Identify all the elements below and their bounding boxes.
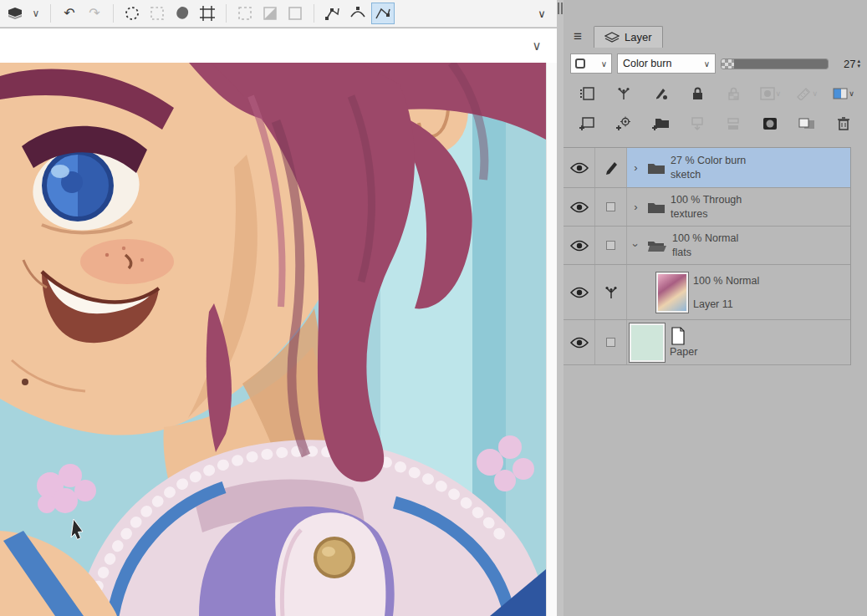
merge-down-button[interactable] bbox=[716, 113, 752, 135]
layer-blend-label: 100 % Normal bbox=[693, 275, 759, 287]
layer-thumbnail[interactable] bbox=[656, 272, 688, 313]
opacity-fill bbox=[734, 59, 828, 69]
visibility-toggle[interactable] bbox=[564, 227, 595, 264]
editing-target-cell[interactable] bbox=[595, 227, 627, 264]
ruler-button[interactable]: ∨ bbox=[788, 83, 825, 104]
undo-button[interactable]: ↶ bbox=[58, 3, 81, 24]
outline-square-icon bbox=[287, 5, 303, 22]
toolbar-overflow-chevron[interactable]: ∨ bbox=[530, 3, 553, 24]
new-raster-layer-button[interactable] bbox=[569, 113, 605, 135]
layers-stack-icon bbox=[604, 32, 620, 43]
layer-name-label: flats bbox=[672, 246, 738, 260]
canvas-viewport[interactable] bbox=[0, 63, 546, 616]
eye-icon bbox=[570, 240, 589, 252]
visibility-toggle[interactable] bbox=[564, 188, 595, 226]
eye-icon bbox=[570, 337, 589, 349]
empty-checkbox bbox=[606, 241, 615, 250]
create-layer-mask-button[interactable] bbox=[752, 113, 788, 135]
toolbar-divider bbox=[113, 4, 114, 23]
apply-mask-icon bbox=[798, 117, 815, 130]
panel-tab-bar: ≡ Layer bbox=[564, 25, 867, 48]
lock-layer-button[interactable] bbox=[679, 83, 716, 104]
curve-tool-button[interactable] bbox=[346, 3, 370, 24]
panel-splitter[interactable] bbox=[557, 0, 564, 616]
transfer-to-lower-button[interactable] bbox=[679, 113, 716, 135]
spinner-arrows-icon[interactable]: ▴▾ bbox=[857, 59, 860, 69]
apply-mask-button[interactable] bbox=[788, 113, 825, 135]
tab-layer-label: Layer bbox=[625, 31, 652, 43]
new-folder-button[interactable] bbox=[642, 113, 679, 135]
layer-action-icon-row bbox=[564, 109, 867, 139]
draft-layer-button[interactable] bbox=[605, 83, 642, 104]
folder-icon bbox=[647, 161, 666, 175]
fill-tool-dropdown-chevron[interactable]: ∨ bbox=[28, 3, 43, 24]
lock-transparent-button[interactable] bbox=[716, 83, 752, 104]
blend-mode-select[interactable]: Color burn ∨ bbox=[617, 53, 716, 74]
curve-icon bbox=[349, 5, 366, 22]
panel-menu-icon[interactable]: ≡ bbox=[570, 28, 585, 45]
selection-marquee-button[interactable] bbox=[120, 3, 144, 24]
blend-shape-tool-button[interactable] bbox=[171, 3, 194, 24]
layer-row-content[interactable]: › 27 % Color burn sketch bbox=[627, 148, 850, 187]
layer-name-label: Paper bbox=[670, 346, 697, 358]
layer-row-paper[interactable]: Paper bbox=[564, 320, 850, 365]
enable-mask-button[interactable]: ∨ bbox=[752, 83, 788, 104]
layer-row-content[interactable]: 100 % Normal Layer 11 bbox=[627, 265, 850, 319]
visibility-toggle[interactable] bbox=[564, 148, 595, 187]
blend-controls-row: ∨ Color burn ∨ 27 ▴▾ bbox=[564, 48, 867, 79]
layer-property-icon-row: ∨ ∨ ∨ bbox=[564, 79, 867, 109]
mask-half-fill-button[interactable] bbox=[258, 3, 282, 24]
palette-display-combo[interactable]: ∨ bbox=[570, 53, 612, 74]
redo-button[interactable]: ↷ bbox=[83, 3, 106, 24]
continuous-curve-icon bbox=[375, 5, 391, 22]
layer-color-button[interactable]: ∨ bbox=[825, 83, 862, 104]
layer-row-content[interactable]: › 100 % Normal flats bbox=[627, 227, 850, 264]
layer-blend-label: 27 % Color burn bbox=[671, 154, 746, 168]
layer-row-content[interactable]: › 100 % Through textures bbox=[627, 188, 850, 226]
opacity-slider[interactable] bbox=[721, 59, 829, 69]
new-layer-dialog-button[interactable] bbox=[605, 113, 642, 135]
polyline-tool-button[interactable] bbox=[321, 3, 344, 24]
draft-wand-icon bbox=[604, 285, 619, 300]
editing-target-cell[interactable] bbox=[595, 188, 627, 226]
lock-transparent-icon bbox=[727, 86, 740, 101]
tab-layer[interactable]: Layer bbox=[594, 26, 663, 48]
clip-at-layer-button[interactable] bbox=[569, 83, 605, 104]
visibility-toggle[interactable] bbox=[564, 265, 595, 319]
editing-target-cell[interactable] bbox=[595, 148, 627, 187]
collapse-arrow-icon[interactable]: › bbox=[630, 239, 642, 252]
artwork-illustration bbox=[0, 63, 546, 616]
layer-row-sketch[interactable]: › 27 % Color burn sketch bbox=[564, 148, 850, 188]
splitter-grip-icon bbox=[558, 3, 563, 14]
layer-blend-label: 100 % Through bbox=[671, 193, 742, 207]
expand-arrow-icon[interactable]: › bbox=[630, 201, 642, 213]
delete-layer-button[interactable] bbox=[825, 113, 862, 135]
opacity-spinner[interactable]: 27 ▴▾ bbox=[834, 58, 860, 70]
paper-thumbnail[interactable] bbox=[630, 323, 665, 362]
editing-target-cell[interactable] bbox=[595, 265, 627, 319]
layer-row-content[interactable]: Paper bbox=[627, 320, 850, 364]
half-filled-square-icon bbox=[262, 5, 278, 22]
editing-target-cell[interactable] bbox=[595, 320, 627, 364]
canvas-top-strip: ∨ bbox=[0, 28, 557, 63]
opacity-value: 27 bbox=[844, 58, 855, 70]
layer-row-flats[interactable]: › 100 % Normal flats bbox=[564, 227, 850, 265]
fill-gradient-tool-button[interactable] bbox=[3, 3, 27, 24]
visibility-toggle[interactable] bbox=[564, 320, 595, 364]
layer-row-textures[interactable]: › 100 % Through textures bbox=[564, 188, 850, 227]
layer-list: › 27 % Color burn sketch › 100 % Through… bbox=[564, 147, 851, 365]
pen-settings-button[interactable] bbox=[642, 83, 679, 104]
layer-row-layer-11[interactable]: 100 % Normal Layer 11 bbox=[564, 265, 850, 320]
frame-crop-tool-button[interactable] bbox=[196, 3, 219, 24]
selection-rectangle-button[interactable] bbox=[145, 3, 169, 24]
toolbar-collapse-chevron[interactable]: ∨ bbox=[525, 35, 548, 57]
layer-mask-icon bbox=[762, 117, 778, 130]
layer-name-label: textures bbox=[671, 207, 742, 221]
continuous-curve-tool-button[interactable] bbox=[371, 3, 395, 24]
eye-icon bbox=[570, 162, 589, 174]
mask-outline-button[interactable] bbox=[283, 3, 307, 24]
new-layer-icon bbox=[579, 116, 595, 131]
expand-arrow-icon[interactable]: › bbox=[630, 161, 642, 174]
mask-rectangle-button[interactable] bbox=[233, 3, 257, 24]
canvas-scrollbar[interactable] bbox=[546, 63, 557, 616]
